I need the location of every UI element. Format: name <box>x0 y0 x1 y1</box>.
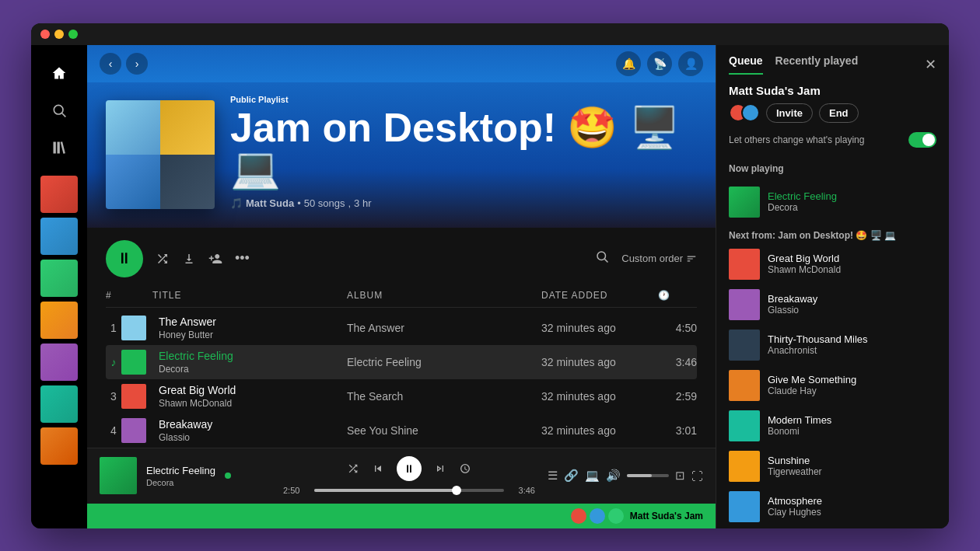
track-row[interactable]: 4 Breakaway Glassio See You Shine 32 min… <box>106 413 697 448</box>
jam-bar-avatars <box>571 508 624 524</box>
np-progress: 2:50 3:46 <box>283 486 535 495</box>
jam-bar-avatar-2 <box>590 508 605 524</box>
progress-bar[interactable] <box>314 489 504 492</box>
np-devices-button[interactable]: 💻 <box>585 469 600 483</box>
svg-line-5 <box>605 259 608 262</box>
rp-queue-item[interactable]: Atmosphere Clay Hughes <box>723 486 943 527</box>
track-rows-container: 1 The Answer Honey Butter The Answer 32 … <box>106 311 697 448</box>
rp-current-track[interactable]: Electric Feeling Decora <box>716 180 949 224</box>
jam-bar-avatar-3 <box>608 508 624 524</box>
np-play-pause-button[interactable]: ⏸ <box>397 456 422 481</box>
track-row[interactable]: 3 Great Big World Shawn McDonald The Sea… <box>106 379 697 413</box>
rp-queue-item[interactable]: Modern Times Bonomi <box>723 406 943 446</box>
rp-item-artist: Glassio <box>768 305 936 316</box>
sidebar-album-item[interactable] <box>40 302 78 339</box>
np-miniplayer-button[interactable]: ⊡ <box>675 469 685 483</box>
rp-header: Queue Recently played ✕ <box>716 45 949 75</box>
track-row[interactable]: ♪ Electric Feeling Decora Electric Feeli… <box>106 345 697 379</box>
sidebar-album-item[interactable] <box>40 218 78 255</box>
track-title-col: Electric Feeling Decora <box>152 350 347 375</box>
close-button[interactable] <box>40 30 50 39</box>
jam-avatars <box>729 103 760 122</box>
np-shuffle-button[interactable] <box>347 462 359 475</box>
rp-queue-item[interactable]: Great Big World Shawn McDonald <box>723 244 943 284</box>
sidebar-item-library[interactable] <box>44 132 75 163</box>
np-link-button[interactable]: 🔗 <box>564 469 579 483</box>
broadcast-button[interactable]: 📡 <box>647 51 672 76</box>
track-artist: Shawn McDonald <box>159 398 347 409</box>
track-date: 32 minutes ago <box>541 424 658 437</box>
rp-item-title: Modern Times <box>768 414 936 426</box>
profile-button[interactable]: 👤 <box>678 51 703 76</box>
search-tracks-button[interactable] <box>595 249 609 267</box>
header-title: Title <box>152 290 347 301</box>
rp-queue-item[interactable]: Pick It Up Michael Minelli <box>723 527 943 528</box>
minimize-button[interactable] <box>54 30 64 39</box>
track-title: Electric Feeling <box>159 350 347 362</box>
sidebar-album-item[interactable] <box>40 260 78 297</box>
np-next-button[interactable] <box>434 462 446 475</box>
track-number: 4 <box>106 424 121 437</box>
track-date: 32 minutes ago <box>541 390 658 403</box>
rp-queue-item[interactable]: Give Me Something Claude Hay <box>723 365 943 406</box>
more-options-button[interactable]: ••• <box>235 250 250 267</box>
fullscreen-button[interactable] <box>68 30 78 39</box>
sidebar-item-search[interactable] <box>44 95 75 126</box>
forward-button[interactable]: › <box>126 53 148 75</box>
sidebar-album-item[interactable] <box>40 344 78 381</box>
sidebar-album-item[interactable] <box>40 176 78 213</box>
track-row[interactable]: 1 The Answer Honey Butter The Answer 32 … <box>106 311 697 345</box>
rp-item-artist: Shawn McDonald <box>768 264 936 275</box>
np-prev-button[interactable] <box>372 462 384 475</box>
rp-item-thumbnail <box>729 370 760 401</box>
np-volume-slider[interactable] <box>627 474 669 477</box>
sidebar-album-item[interactable] <box>40 427 78 465</box>
toggle-switch[interactable] <box>908 132 936 148</box>
rp-item-title: Sunshine <box>768 455 936 466</box>
right-panel: Queue Recently played ✕ Matt Suda's Jam … <box>716 45 949 528</box>
tab-recently-played[interactable]: Recently played <box>775 54 859 75</box>
back-button[interactable]: ‹ <box>100 53 121 75</box>
rp-item-artist: Clay Hughes <box>768 507 936 518</box>
art-cell-3 <box>106 155 160 209</box>
rp-current-artist: Decora <box>768 202 936 213</box>
rp-queue-item[interactable]: Thirty-Thousand Miles Anachronist <box>723 325 943 365</box>
pause-button[interactable]: ⏸ <box>106 240 143 277</box>
playlist-author[interactable]: Matt Suda <box>246 197 294 209</box>
download-button[interactable] <box>182 252 196 266</box>
rp-item-thumbnail <box>729 491 760 522</box>
notifications-button[interactable]: 🔔 <box>616 51 641 76</box>
svg-point-0 <box>54 105 63 114</box>
np-fullscreen-button[interactable]: ⛶ <box>691 469 703 483</box>
custom-order-button[interactable]: Custom order <box>621 253 697 264</box>
rp-current-info: Electric Feeling Decora <box>768 190 936 213</box>
toggle-thumb <box>922 134 935 146</box>
np-volume-icon[interactable]: 🔊 <box>606 469 621 483</box>
art-cell-1 <box>106 100 160 155</box>
track-artist: Glassio <box>159 432 347 443</box>
playlist-duration: 3 hr <box>354 197 371 209</box>
np-queue-button[interactable]: ☰ <box>548 469 558 483</box>
np-volume-fill <box>627 474 652 477</box>
np-artist[interactable]: Decora <box>146 478 215 487</box>
rp-queue-item[interactable]: Sunshine Tigerweather <box>723 446 943 486</box>
rp-close-button[interactable]: ✕ <box>925 56 936 73</box>
invite-button[interactable]: Invite <box>766 103 813 123</box>
end-button[interactable]: End <box>819 103 859 123</box>
sidebar-album-item[interactable] <box>40 385 78 423</box>
np-title[interactable]: Electric Feeling <box>146 465 215 476</box>
playlist-song-count: 50 songs <box>304 197 345 209</box>
track-duration: 3:46 <box>658 356 697 368</box>
rp-item-thumbnail <box>729 410 760 441</box>
rp-next-section-label: Next from: Jam on Desktop! 🤩 🖥️ 💻 <box>716 224 949 244</box>
jam-bar[interactable]: Matt Suda's Jam <box>87 504 716 528</box>
tab-queue[interactable]: Queue <box>729 54 763 75</box>
rp-queue-item[interactable]: Breakaway Glassio <box>723 284 943 325</box>
rp-track-list: Great Big World Shawn McDonald Breakaway… <box>716 244 949 528</box>
svg-rect-2 <box>54 141 56 153</box>
np-lyrics-button[interactable] <box>459 462 471 475</box>
rp-item-info: Thirty-Thousand Miles Anachronist <box>768 333 936 356</box>
add-friend-button[interactable] <box>208 252 222 266</box>
shuffle-button[interactable] <box>156 252 170 266</box>
sidebar-item-home[interactable] <box>44 58 75 89</box>
